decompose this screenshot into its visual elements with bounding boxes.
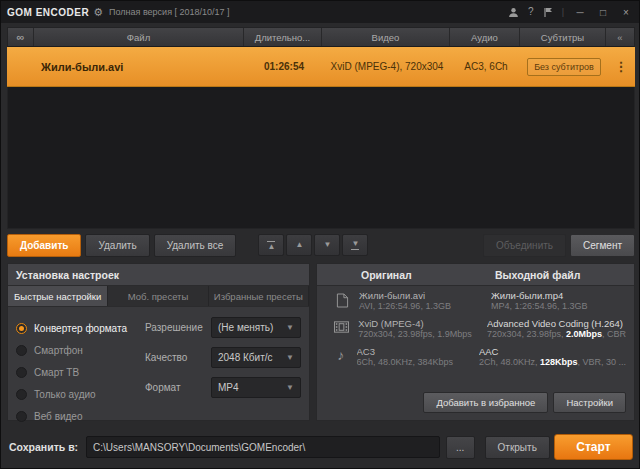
arrow-down-icon: ▼ [351, 240, 359, 248]
link-column-header: ∞ [8, 28, 34, 46]
merge-button[interactable]: Объединить [483, 234, 566, 257]
table-row[interactable]: Жили-были.avi 01:26:54 XviD (MPEG-4), 72… [7, 47, 635, 87]
row-menu-dots-icon[interactable]: ⋮ [615, 59, 628, 74]
info-panel-buttons: Добавить в избранное Настройки [423, 392, 626, 413]
info-panel-header: Оригинал Выходной файл [317, 264, 634, 286]
radio-label: Смарт ТВ [34, 367, 79, 378]
format-value: MP4 [218, 382, 239, 393]
minimize-button[interactable]: ─ [573, 7, 587, 18]
original-file-details: AVI, 1:26:54.96, 1.3GB [359, 301, 491, 311]
resolution-select[interactable]: (Не менять) ▼ [211, 317, 301, 338]
title-bar: GOM ENCODER ⚙ Полная версия [ 2018/10/17… [1, 1, 639, 23]
user-icon[interactable] [508, 7, 519, 18]
output-video-codec: Advanced Video Coding (H.264) [487, 318, 626, 329]
file-list-empty-area[interactable] [7, 87, 635, 229]
remove-button[interactable]: Удалить [85, 234, 149, 257]
move-up-button[interactable]: ▲ [286, 234, 312, 256]
move-to-top-button[interactable]: ▲ [258, 234, 284, 256]
radio-smartphone[interactable]: Смартфон [16, 339, 141, 361]
remove-all-button[interactable]: Удалить все [154, 234, 237, 257]
original-audio-codec: AC3 [357, 346, 479, 357]
radio-off-icon [16, 411, 27, 422]
radio-label: Смартфон [34, 345, 83, 356]
output-audio-info: AAC 2Ch, 48.0KHz, 128Kbps, VBR, 30 ... [479, 346, 626, 367]
arrow-up-icon: ▲ [267, 243, 275, 251]
toolbar: Добавить Удалить Удалить все ▲ ▲ ▼ ▼ Объ… [7, 233, 635, 257]
help-icon[interactable]: ? [528, 7, 534, 17]
quick-settings-fields: Разрешение (Не менять) ▼ Качество 2048 К… [141, 317, 301, 427]
output-file-info: Жили-были.mp4 MP4, 1:26:54.96, 1.3GB [491, 290, 626, 311]
column-header-video: Видео [322, 28, 450, 46]
arrow-down-icon: ▼ [323, 241, 331, 249]
app-title: GOM ENCODER [7, 7, 89, 18]
save-path-input[interactable] [86, 436, 439, 458]
open-folder-button[interactable]: Открыть [485, 436, 550, 459]
settings-panel: Установка настроек Быстрые настройки Моб… [7, 263, 310, 421]
titlebar-separator: | [562, 7, 564, 17]
column-header-duration: Длительно... [244, 28, 322, 46]
maximize-button[interactable]: □ [596, 7, 610, 18]
original-video-info: XviD (MPEG-4) 720x304, 23.98fps, 1.9Mbps [358, 318, 487, 339]
arrow-up-icon: ▲ [295, 241, 303, 249]
original-audio-info: AC3 6Ch, 48.0KHz, 384Kbps [357, 346, 479, 367]
radio-smart-tv[interactable]: Смарт ТВ [16, 361, 141, 383]
quality-select[interactable]: 2048 Кбит/с ▼ [211, 347, 301, 368]
original-video-codec: XviD (MPEG-4) [358, 318, 487, 329]
close-button[interactable]: × [619, 7, 633, 18]
settings-body: Конвертер формата Смартфон Смарт ТВ Толь… [8, 307, 309, 437]
format-select[interactable]: MP4 ▼ [211, 377, 301, 398]
radio-audio-only[interactable]: Только аудио [16, 383, 141, 405]
info-panel: Оригинал Выходной файл Жили-были.avi AVI… [316, 263, 635, 421]
radio-format-converter[interactable]: Конвертер формата [16, 317, 141, 339]
resolution-label: Разрешение [145, 322, 211, 333]
mode-radio-group: Конвертер формата Смартфон Смарт ТВ Толь… [16, 317, 141, 427]
row-subtitles-cell: Без субтитров [521, 58, 607, 76]
radio-off-icon [16, 345, 27, 356]
add-to-favorites-button[interactable]: Добавить в избранное [423, 392, 548, 413]
quality-field: Качество 2048 Кбит/с ▼ [145, 347, 301, 368]
output-file-name: Жили-были.mp4 [491, 290, 626, 301]
segment-button[interactable]: Сегмент [570, 234, 635, 257]
move-button-group: ▲ ▲ ▼ ▼ [258, 234, 368, 256]
output-file-details: MP4, 1:26:54.96, 1.3GB [491, 301, 626, 311]
resolution-value: (Не менять) [218, 322, 273, 333]
quality-label: Качество [145, 352, 211, 363]
save-to-label: Сохранить в: [9, 441, 78, 453]
row-audio-info: AC3, 6Ch [451, 61, 521, 72]
pin-icon[interactable] [543, 7, 553, 18]
radio-label: Только аудио [34, 389, 96, 400]
settings-tabs: Быстрые настройки Моб. пресеты Избранные… [8, 286, 309, 307]
chevron-down-icon: ▼ [286, 353, 294, 362]
browse-button[interactable]: ... [446, 436, 475, 459]
link-icon: ∞ [17, 31, 25, 43]
tab-mobile-presets[interactable]: Моб. пресеты [108, 286, 208, 306]
bottom-bar: Сохранить в: ... Открыть Старт [1, 431, 640, 463]
chevron-down-icon: ▼ [286, 323, 294, 332]
settings-button[interactable]: Настройки [553, 392, 626, 413]
add-button[interactable]: Добавить [7, 234, 81, 257]
bottom-bar-icon [351, 249, 359, 250]
output-video-info: Advanced Video Coding (H.264) 720x304, 2… [487, 318, 626, 339]
tab-favorite-presets[interactable]: Избранные пресеты [209, 286, 309, 306]
radio-web-video[interactable]: Веб видео [16, 405, 141, 427]
output-audio-codec: AAC [479, 346, 626, 357]
original-audio-details: 6Ch, 48.0KHz, 384Kbps [357, 357, 479, 367]
table-header: ∞ Файл Длительно... Видео Аудио Субтитры… [7, 27, 635, 47]
original-column-title: Оригинал [361, 269, 412, 281]
column-header-audio: Аудио [450, 28, 520, 46]
info-row-file: Жили-были.avi AVI, 1:26:54.96, 1.3GB Жил… [317, 286, 634, 314]
version-text: Полная версия [ 2018/10/17 ] [109, 7, 230, 17]
collapse-columns-header[interactable]: « [606, 28, 634, 46]
subtitles-button[interactable]: Без субтитров [527, 58, 601, 76]
radio-label: Веб видео [34, 411, 82, 422]
radio-label: Конвертер формата [34, 323, 127, 334]
gear-icon[interactable]: ⚙ [93, 6, 103, 19]
radio-off-icon [16, 389, 27, 400]
tab-quick-settings[interactable]: Быстрые настройки [8, 286, 108, 306]
start-button[interactable]: Старт [554, 434, 633, 460]
move-to-bottom-button[interactable]: ▼ [342, 234, 368, 256]
original-file-info: Жили-были.avi AVI, 1:26:54.96, 1.3GB [359, 290, 491, 311]
info-row-video: XviD (MPEG-4) 720x304, 23.98fps, 1.9Mbps… [317, 314, 634, 342]
move-down-button[interactable]: ▼ [314, 234, 340, 256]
radio-on-icon [16, 323, 27, 334]
